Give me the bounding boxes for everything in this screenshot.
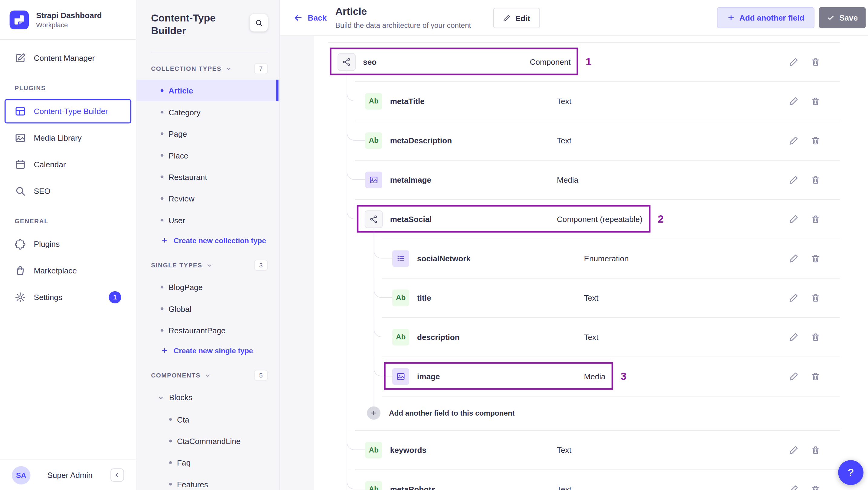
row-separator [382,278,840,279]
media-field-icon [392,368,409,385]
gear-icon [14,292,26,303]
action-label: Create new single type [174,346,253,355]
tree-connector [346,199,366,219]
type-item-review[interactable]: Review [136,188,279,209]
delete-field-button[interactable] [810,484,821,490]
fields-list: seoComponent1AbmetaTitleTextAbmetaDescri… [314,36,868,490]
nav-item-content-manager[interactable]: Content Manager [0,45,136,71]
type-item-label: Page [168,129,187,138]
pencil-icon [788,214,799,224]
field-type: Media [557,175,578,184]
bullet-icon [161,111,163,114]
action-label: Create new collection type [174,236,266,244]
type-item-place[interactable]: Place [136,145,279,166]
bullet-icon [161,307,163,310]
component-category-blocks[interactable]: Blocks [136,387,279,409]
pencil-icon [788,371,799,381]
pencil-icon [503,14,511,22]
type-item-page[interactable]: Page [136,123,279,144]
type-item-label: RestaurantPage [168,326,226,335]
field-name: metaTitle [390,96,425,105]
edit-field-button[interactable] [788,174,799,185]
edit-field-button[interactable] [788,253,799,264]
field-name: metaImage [390,175,431,184]
type-item-restaurant[interactable]: Restaurant [136,166,279,187]
group-header-single-types[interactable]: SINGLE TYPES3 [136,250,279,276]
chevron-left-icon [114,471,121,479]
edit-field-button[interactable] [788,292,799,303]
edit-square-icon [14,53,26,64]
search-button[interactable] [250,14,268,32]
nav-item-label: Marketplace [34,266,77,275]
type-item-blogpage[interactable]: BlogPage [136,276,279,298]
type-item-label: Faq [177,458,190,467]
edit-field-button[interactable] [788,96,799,107]
nav-item-settings[interactable]: Settings1 [0,284,136,311]
nav-item-media-library[interactable]: Media Library [0,125,136,151]
field-row-metaRobots: AbmetaRobotsText [314,469,868,490]
delete-field-button[interactable] [810,444,821,456]
delete-field-button[interactable] [810,332,821,343]
field-type: Text [557,96,571,105]
edit-field-button[interactable] [788,484,799,490]
add-field-to-component-button[interactable] [367,406,380,420]
type-item-ctacommandline[interactable]: CtaCommandLine [136,430,279,452]
field-row-seo: seoComponent1 [314,42,868,81]
type-item-label: CtaCommandLine [177,436,241,445]
delete-field-button[interactable] [810,96,821,107]
edit-button[interactable]: Edit [493,8,540,28]
edit-field-button[interactable] [788,371,799,382]
nav-item-content-type-builder[interactable]: Content-Type Builder [4,99,131,124]
delete-field-button[interactable] [810,56,821,67]
workspace-name: Workplace [36,21,102,29]
delete-field-button[interactable] [810,135,821,146]
nav-item-label: Plugins [34,240,60,249]
nav-item-calendar[interactable]: Calendar [0,151,136,178]
type-item-global[interactable]: Global [136,298,279,319]
field-type: Text [557,485,571,490]
nav-item-seo[interactable]: SEO [0,178,136,205]
group-count-badge: 7 [255,64,267,74]
type-item-article[interactable]: Article [136,80,279,101]
save-button[interactable]: Save [819,7,866,28]
delete-field-button[interactable] [810,253,821,264]
group-count-badge: 3 [255,260,267,270]
type-item-cta[interactable]: Cta [136,409,279,430]
add-another-field-button[interactable]: Add another field [717,7,814,28]
type-item-restaurantpage[interactable]: RestaurantPage [136,319,279,341]
trash-icon [810,445,821,455]
bullet-icon [161,89,163,92]
bullet-icon [169,461,172,464]
type-item-user[interactable]: User [136,209,279,231]
group-header-components[interactable]: COMPONENTS5 [136,360,279,387]
field-type: Text [557,446,571,454]
type-item-faq[interactable]: Faq [136,452,279,473]
edit-field-button[interactable] [788,444,799,456]
settings-badge: 1 [109,291,121,303]
group-header-collection-types[interactable]: COLLECTION TYPES7 [136,53,279,80]
add-field-to-component-label[interactable]: Add another field to this component [389,409,515,417]
nav-item-plugins[interactable]: Plugins [0,231,136,257]
type-item-category[interactable]: Category [136,101,279,123]
help-button[interactable]: ? [838,460,864,485]
type-item-features[interactable]: Features [136,473,279,490]
action-create-new-single-type[interactable]: Create new single type [136,341,279,360]
back-link[interactable]: Back [293,13,327,23]
delete-field-button[interactable] [810,214,821,225]
delete-field-button[interactable] [810,371,821,382]
plus-icon [161,237,168,244]
delete-field-button[interactable] [810,292,821,303]
delete-field-button[interactable] [810,174,821,185]
nav-item-label: SEO [34,187,51,195]
plus-icon [727,14,735,22]
pencil-icon [788,332,799,342]
tree-stem [346,70,347,81]
edit-field-button[interactable] [788,135,799,146]
edit-field-button[interactable] [788,56,799,67]
collapse-sidebar-button[interactable] [111,468,124,482]
action-create-new-collection-type[interactable]: Create new collection type [136,231,279,249]
text-field-icon: Ab [392,289,409,306]
nav-item-marketplace[interactable]: Marketplace [0,257,136,284]
edit-field-button[interactable] [788,332,799,343]
edit-field-button[interactable] [788,214,799,225]
